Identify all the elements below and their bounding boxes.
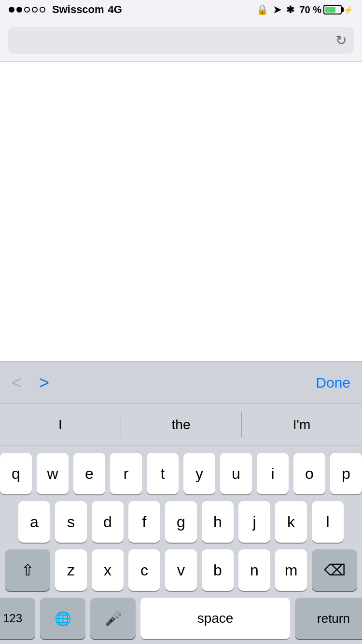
key-w[interactable]: w	[37, 453, 69, 494]
key-j[interactable]: j	[238, 501, 270, 543]
browser-bar: ↻	[0, 19, 362, 62]
key-b[interactable]: b	[202, 549, 234, 591]
signal-dot-2	[16, 7, 22, 13]
key-c[interactable]: c	[128, 549, 160, 591]
battery-percent: 70 %	[299, 4, 321, 15]
toolbar-nav: < >	[12, 373, 49, 393]
keyboard-toolbar: < > Done	[0, 361, 362, 404]
battery-container: 70 % ⚡	[299, 4, 353, 15]
keyboard: q w e r t y u i o p a s d f g h j k l ⇧ …	[0, 446, 362, 644]
key-row-3: ⇧ z x c v b n m ⌫	[3, 549, 359, 591]
key-h[interactable]: h	[202, 501, 234, 543]
key-e[interactable]: e	[73, 453, 105, 494]
mic-key[interactable]: 🎤	[90, 598, 136, 639]
key-o[interactable]: o	[293, 453, 325, 494]
battery-fill	[325, 7, 335, 13]
status-bar-left: Swisscom 4G	[9, 3, 122, 16]
key-row-4: 123 🌐 🎤 space return	[3, 598, 359, 639]
forward-button[interactable]: >	[39, 373, 49, 393]
key-f[interactable]: f	[128, 501, 160, 543]
shift-key[interactable]: ⇧	[5, 549, 50, 591]
signal-dot-1	[9, 7, 14, 13]
key-a[interactable]: a	[18, 501, 50, 543]
key-y[interactable]: y	[183, 453, 215, 494]
globe-key[interactable]: 🌐	[40, 598, 85, 639]
back-button[interactable]: <	[12, 373, 22, 393]
delete-key[interactable]: ⌫	[312, 549, 357, 591]
return-key[interactable]: return	[295, 598, 362, 639]
key-p[interactable]: p	[330, 453, 362, 494]
key-k[interactable]: k	[275, 501, 307, 543]
key-i[interactable]: i	[257, 453, 289, 494]
autocomplete-item-3[interactable]: I'm	[241, 404, 362, 446]
carrier-name: Swisscom	[52, 3, 104, 16]
key-r[interactable]: r	[110, 453, 142, 494]
key-d[interactable]: d	[92, 501, 124, 543]
signal-dots	[9, 7, 45, 13]
signal-dot-3	[24, 7, 30, 13]
location-icon: ➤	[273, 4, 281, 15]
charging-icon: ⚡	[344, 5, 353, 14]
network-type: 4G	[108, 3, 122, 16]
status-bar-right: 🔒 ➤ ✱ 70 % ⚡	[256, 4, 353, 15]
done-button[interactable]: Done	[316, 375, 350, 391]
key-l[interactable]: l	[312, 501, 344, 543]
key-s[interactable]: s	[55, 501, 87, 543]
reload-icon[interactable]: ↻	[335, 32, 347, 48]
bluetooth-icon: ✱	[286, 4, 294, 15]
numbers-key[interactable]: 123	[0, 598, 35, 639]
autocomplete-item-2[interactable]: the	[121, 404, 241, 446]
key-g[interactable]: g	[165, 501, 197, 543]
signal-dot-5	[40, 7, 45, 13]
key-row-2: a s d f g h j k l	[3, 501, 359, 543]
url-bar[interactable]: ↻	[8, 27, 354, 54]
key-q[interactable]: q	[0, 453, 32, 494]
key-u[interactable]: u	[220, 453, 252, 494]
status-bar: Swisscom 4G 🔒 ➤ ✱ 70 % ⚡	[0, 0, 362, 19]
key-row-1: q w e r t y u i o p	[3, 453, 359, 494]
content-area	[0, 62, 362, 361]
key-m[interactable]: m	[275, 549, 307, 591]
signal-dot-4	[32, 7, 38, 13]
key-z[interactable]: z	[55, 549, 87, 591]
space-key[interactable]: space	[140, 598, 290, 639]
battery-icon	[323, 5, 342, 14]
key-v[interactable]: v	[165, 549, 197, 591]
key-x[interactable]: x	[92, 549, 124, 591]
key-n[interactable]: n	[238, 549, 270, 591]
lock-icon: 🔒	[256, 4, 268, 15]
autocomplete-bar: I the I'm	[0, 404, 362, 446]
autocomplete-item-1[interactable]: I	[0, 404, 121, 446]
key-t[interactable]: t	[147, 453, 179, 494]
